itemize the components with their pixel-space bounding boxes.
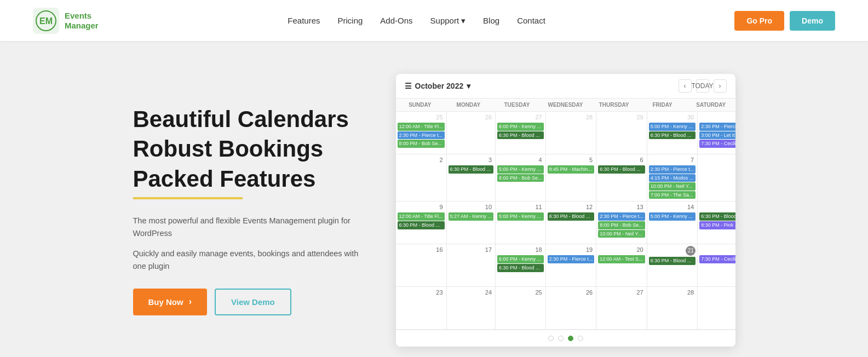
nav-addons[interactable]: Add-Ons: [380, 16, 412, 25]
event-pill[interactable]: 2:30 PM - Pierce t...: [548, 255, 595, 263]
event-pill[interactable]: 4:15 PM - Modos ...: [649, 174, 696, 182]
event-pill[interactable]: 10:00 PM - Neil Y...: [598, 230, 645, 238]
cal-cell-18[interactable]: 18 6:00 PM - Kenny ... 6:30 PM - Blood .…: [496, 244, 546, 287]
nav-blog[interactable]: Blog: [483, 16, 499, 25]
cal-cell-2[interactable]: 2: [396, 154, 447, 201]
event-pill[interactable]: 6:30 PM - Blood ...: [598, 165, 645, 174]
cal-cell-9[interactable]: 9 12:00 AM - Title Fl... 6:30 PM - Blood…: [396, 201, 447, 244]
cal-cell-14[interactable]: 14 5:00 PM - Kenny ...: [647, 201, 698, 244]
logo-area[interactable]: EM Events Manager: [33, 8, 99, 34]
cal-cell-15[interactable]: 15 6:30 PM - Blood ... 8:30 PM - Pink ..…: [698, 201, 735, 244]
cal-cell-16[interactable]: 16: [396, 244, 447, 287]
cal-cell-24[interactable]: 24: [447, 287, 496, 330]
cal-cell-30[interactable]: 30 5:00 PM - Kenny ... 6:30 PM - Blood .…: [647, 112, 698, 154]
nav-buttons: Go Pro Demo: [734, 11, 835, 31]
calendar-next-button[interactable]: ›: [714, 79, 727, 93]
nav-features[interactable]: Features: [288, 16, 320, 25]
nav-support[interactable]: Support ▾: [430, 16, 466, 26]
cal-cell-25[interactable]: 25 12:00 AM - Title Fl... 2:30 PM - Pier…: [396, 112, 447, 154]
cal-cell-26b[interactable]: 26: [546, 287, 597, 330]
hero-desc2: Quickly and easily manage events, bookin…: [133, 247, 363, 273]
cal-cell-23[interactable]: 23: [396, 287, 447, 330]
calendar-header: ☰ October 2022 ▾ ‹ TODAY ›: [396, 74, 735, 99]
event-pill[interactable]: 8:00 PM - Bob Se...: [398, 140, 445, 148]
event-pill[interactable]: 12:00 AM - Title Fl...: [398, 123, 445, 131]
cal-cell-27b[interactable]: 27: [596, 287, 647, 330]
event-pill[interactable]: 12:00 AM - Title Fl...: [398, 212, 445, 221]
hero-title-line1: Beautiful Calendars: [133, 106, 363, 133]
event-pill[interactable]: 7:30 PM - Cecilia ...: [699, 140, 735, 148]
event-pill[interactable]: 8:30 PM - Pink ...: [699, 221, 735, 229]
carousel-dots: [396, 330, 735, 347]
cal-cell-20[interactable]: 20 12:00 AM - Test S...: [596, 244, 647, 287]
event-pill[interactable]: 6:30 PM - Blood ...: [449, 165, 494, 174]
event-pill[interactable]: 8:00 PM - Bob Se...: [598, 221, 645, 229]
cal-cell-6[interactable]: 6 6:30 PM - Blood ...: [596, 154, 647, 201]
cal-cell-22[interactable]: 22 7:30 PM - Cecilia ...: [698, 244, 735, 287]
dot-3[interactable]: [568, 336, 573, 341]
event-pill[interactable]: 6:30 PM - Blood ...: [497, 131, 544, 140]
event-pill[interactable]: 6:30 PM - Blood ...: [497, 264, 544, 272]
buy-now-button[interactable]: Buy Now ›: [133, 289, 208, 315]
dot-2[interactable]: [558, 336, 564, 341]
demo-button[interactable]: Demo: [790, 11, 835, 31]
cal-cell-27[interactable]: 27 6:00 PM - Kenny ... 6:30 PM - Blood .…: [496, 112, 546, 154]
cal-cell-10[interactable]: 10 5:27 AM - Kenny ...: [447, 201, 496, 244]
event-pill[interactable]: 2:30 PM - Pierce t...: [598, 212, 645, 221]
event-pill[interactable]: 2:30 PM - Pierce t...: [649, 165, 696, 174]
dot-1[interactable]: [548, 336, 554, 341]
cal-cell-26[interactable]: 26: [447, 112, 496, 154]
title-underline: [133, 197, 243, 199]
cal-cell-28b[interactable]: 28: [647, 287, 698, 330]
cal-cell-1[interactable]: 1 2:30 PM - Pierce t... 3:00 PM - Let It…: [698, 112, 735, 154]
svg-text:EM: EM: [39, 16, 53, 26]
cal-cell-8[interactable]: 8: [698, 154, 735, 201]
event-pill[interactable]: 6:30 PM - Blood ...: [548, 212, 595, 221]
event-pill[interactable]: 6:30 PM - Blood ...: [649, 257, 696, 265]
cal-cell-17[interactable]: 17: [447, 244, 496, 287]
gopro-button[interactable]: Go Pro: [734, 11, 784, 31]
event-pill[interactable]: 2:30 PM - Pierce t...: [699, 123, 735, 131]
event-pill[interactable]: 6:30 PM - Blood ...: [699, 212, 735, 221]
event-pill[interactable]: 5:00 PM - Kenny ...: [649, 123, 696, 131]
event-pill[interactable]: 6:00 PM - Kenny ...: [497, 123, 544, 131]
cal-cell-29[interactable]: 29: [596, 112, 647, 154]
cal-cell-13[interactable]: 13 2:30 PM - Pierce t... 8:00 PM - Bob S…: [596, 201, 647, 244]
day-header-mon: MONDAY: [444, 99, 493, 112]
nav-pricing[interactable]: Pricing: [337, 16, 363, 25]
view-demo-button[interactable]: View Demo: [215, 289, 291, 315]
event-pill[interactable]: 5:27 AM - Kenny ...: [449, 212, 494, 221]
event-pill[interactable]: 5:00 PM - Kenny ...: [497, 212, 544, 221]
event-pill[interactable]: 8:00 PM - Bob Se...: [497, 174, 544, 182]
event-pill[interactable]: 6:30 PM - Blood ...: [649, 131, 696, 140]
cal-cell-5[interactable]: 5 8:45 PM - Machin...: [546, 154, 597, 201]
cal-cell-28[interactable]: 28: [546, 112, 597, 154]
cal-cell-11[interactable]: 11 5:00 PM - Kenny ...: [496, 201, 546, 244]
event-pill[interactable]: 10:00 PM - Neil Y...: [649, 182, 696, 191]
event-pill[interactable]: 3:00 PM - Let It Be...: [699, 131, 735, 140]
logo-text: Events Manager: [65, 11, 99, 31]
event-pill[interactable]: 6:30 PM - Blood ...: [398, 221, 445, 229]
event-pill[interactable]: 7:30 PM - Cecilia ...: [699, 255, 735, 263]
cal-cell-29b[interactable]: 29: [698, 287, 735, 330]
cal-cell-19[interactable]: 19 2:30 PM - Pierce t...: [546, 244, 597, 287]
event-pill[interactable]: 5:00 PM - Kenny ...: [497, 165, 544, 174]
cal-cell-3[interactable]: 3 6:30 PM - Blood ...: [447, 154, 496, 201]
dot-4[interactable]: [578, 336, 583, 341]
event-pill[interactable]: 8:45 PM - Machin...: [548, 165, 595, 174]
calendar-prev-button[interactable]: ‹: [679, 79, 692, 93]
cal-cell-4[interactable]: 4 5:00 PM - Kenny ... 8:00 PM - Bob Se..…: [496, 154, 546, 201]
cal-cell-21[interactable]: 21 6:30 PM - Blood ...: [647, 244, 698, 287]
hero-desc1: The most powerful and flexible Events Ma…: [133, 215, 363, 240]
event-pill[interactable]: 2:30 PM - Pierce t...: [398, 131, 445, 140]
cal-cell-7[interactable]: 7 2:30 PM - Pierce t... 4:15 PM - Modos …: [647, 154, 698, 201]
cal-cell-12[interactable]: 12 6:30 PM - Blood ...: [546, 201, 597, 244]
calendar-day-headers: SUNDAY MONDAY TUESDAY WEDNESDAY THURSDAY…: [396, 99, 735, 112]
calendar-today-button[interactable]: TODAY: [696, 79, 709, 93]
cal-cell-25b[interactable]: 25: [496, 287, 546, 330]
nav-contact[interactable]: Contact: [517, 16, 545, 25]
event-pill[interactable]: 7:00 PM - The Sa...: [649, 191, 696, 199]
event-pill[interactable]: 5:00 PM - Kenny ...: [649, 212, 696, 221]
event-pill[interactable]: 6:00 PM - Kenny ...: [497, 255, 544, 263]
event-pill[interactable]: 12:00 AM - Test S...: [598, 255, 645, 263]
